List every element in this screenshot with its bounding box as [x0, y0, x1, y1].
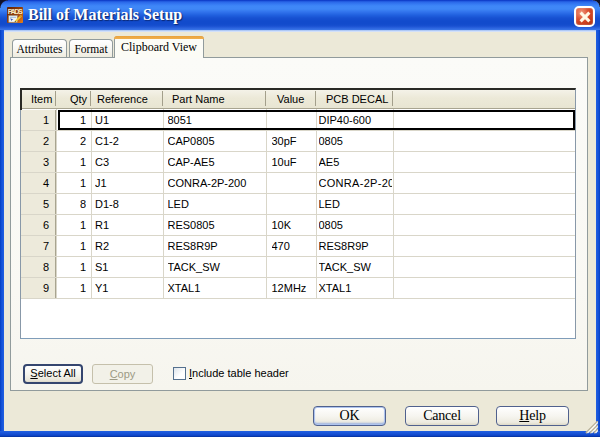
svg-text:PADS: PADS [8, 7, 23, 16]
